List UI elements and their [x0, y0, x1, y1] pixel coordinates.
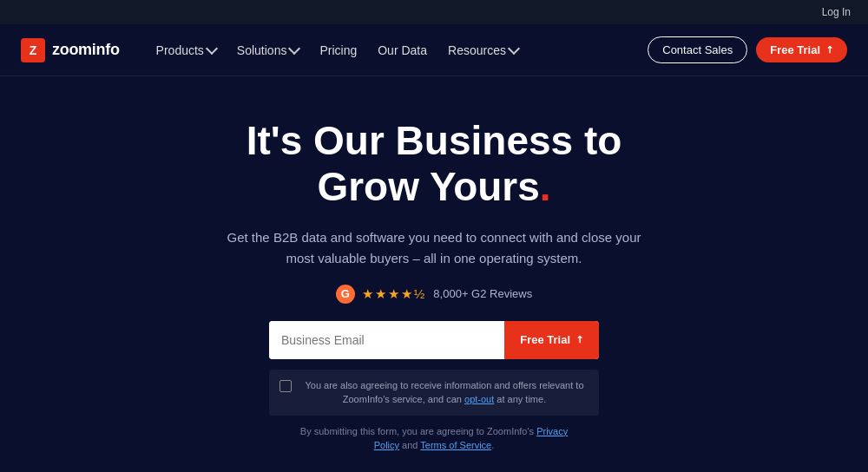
form-legal-text: By submitting this form, you are agreein…: [286, 424, 582, 453]
logo-text: zoominfo: [52, 41, 120, 59]
nav-pricing[interactable]: Pricing: [311, 38, 365, 62]
g2-badge: G: [336, 285, 355, 304]
hero-dot: .: [540, 164, 551, 209]
consent-text: You are also agreeing to receive informa…: [300, 378, 589, 407]
hero-subtitle: Get the B2B data and software you need t…: [226, 227, 642, 269]
chevron-down-icon: [288, 43, 300, 55]
login-link[interactable]: Log In: [822, 6, 851, 18]
form-free-trial-button[interactable]: Free Trial ↗: [504, 321, 599, 359]
contact-sales-button[interactable]: Contact Sales: [648, 36, 747, 63]
nav-resources[interactable]: Resources: [439, 38, 527, 62]
navbar: Z zoominfo Products Solutions Pricing Ou…: [0, 24, 868, 76]
nav-solutions[interactable]: Solutions: [228, 38, 308, 62]
free-trial-button[interactable]: Free Trial ↗: [756, 37, 847, 62]
star-rating: ★★★★½: [362, 286, 427, 302]
nav-our-data[interactable]: Our Data: [369, 38, 436, 62]
topbar: Log In: [0, 0, 868, 24]
arrow-icon: ↗: [823, 43, 837, 57]
logo-icon: Z: [21, 38, 45, 62]
consent-row: You are also agreeing to receive informa…: [269, 370, 599, 416]
chevron-down-icon: [508, 43, 520, 55]
g2-review-row: G ★★★★½ 8,000+ G2 Reviews: [336, 285, 532, 304]
opt-out-link[interactable]: opt-out: [464, 394, 494, 404]
g2-review-count: 8,000+ G2 Reviews: [433, 287, 532, 300]
hero-title: It's Our Business to Grow Yours.: [247, 118, 622, 210]
email-form-row: Free Trial ↗: [269, 321, 599, 359]
nav-products[interactable]: Products: [148, 38, 225, 62]
nav-actions: Contact Sales Free Trial ↗: [648, 36, 847, 63]
chevron-down-icon: [206, 43, 218, 55]
nav-links: Products Solutions Pricing Our Data Reso…: [148, 38, 648, 62]
arrow-icon: ↗: [573, 333, 587, 347]
consent-checkbox[interactable]: [279, 380, 292, 392]
email-input[interactable]: [269, 321, 504, 359]
logo[interactable]: Z zoominfo: [21, 38, 120, 62]
terms-link[interactable]: Terms of Service: [420, 440, 491, 450]
hero-section: It's Our Business to Grow Yours. Get the…: [0, 76, 868, 472]
